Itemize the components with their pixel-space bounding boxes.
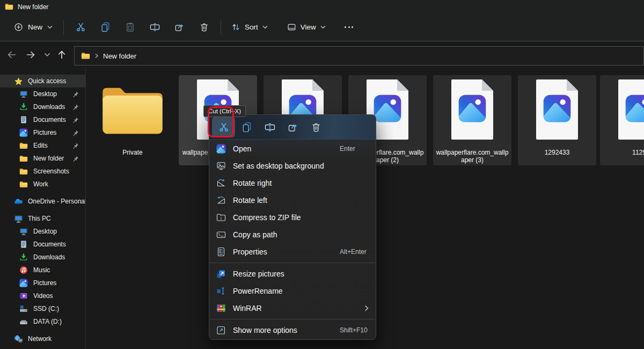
rotate-right-icon [216,178,226,188]
menu-item-rotate-left[interactable]: Rotate left [209,192,376,209]
sidebar-item-documents[interactable]: Documents [0,113,85,126]
pictures-icon [19,128,28,137]
documents-icon [19,240,28,249]
file-name: wallpaperflare.com_wallpaper (3) [435,149,510,164]
delete-button[interactable] [192,17,216,38]
sidebar-item-work[interactable]: Work [0,178,85,191]
menu-item-properties[interactable]: Properties Alt+Enter [209,243,376,260]
onedrive-cloud-icon [14,197,23,206]
sidebar-item-desktop[interactable]: Desktop [0,88,85,100]
videos-icon [19,292,28,301]
rename-icon [150,22,160,32]
file-tile-wallpaper-3[interactable]: wallpaperflare.com_wallpaper (3) [433,75,511,165]
pin-icon [72,155,79,162]
menu-item-copy-as-path[interactable]: Copy as path [209,226,376,243]
menu-item-open[interactable]: Open Enter [209,140,376,157]
cut-button[interactable] [212,117,235,137]
sidebar-item-ssd-c[interactable]: SSD (C:) [0,302,85,315]
window-folder-icon [5,3,13,10]
plus-circle-icon [14,23,23,32]
sidebar-item-pc-downloads[interactable]: Downloads [0,251,85,264]
back-button[interactable] [5,48,18,61]
folder-icon [19,180,28,189]
chevron-down-icon [262,25,268,29]
zip-folder-icon [216,213,226,223]
pin-icon [72,104,79,111]
pin-icon [72,91,79,98]
sort-button[interactable]: Sort [225,18,274,36]
image-file-icon [451,79,493,140]
this-pc-icon [14,214,23,223]
pin-icon [72,142,79,149]
show-more-options-icon [216,325,226,336]
sidebar-item-pc-pictures[interactable]: Pictures [0,277,85,289]
sidebar-item-onedrive[interactable]: OneDrive - Personal [0,195,85,208]
music-icon [19,266,28,275]
paste-button[interactable] [118,17,142,38]
pin-icon [72,129,79,136]
ssd-drive-icon [19,304,28,314]
copy-button[interactable] [93,17,118,38]
folder-icon [19,154,28,163]
menu-item-resize-pictures[interactable]: Resize pictures [209,265,376,282]
cut-button[interactable] [68,17,93,38]
powerrename-icon [216,286,226,296]
rotate-left-icon [216,195,226,206]
view-button[interactable]: View [281,18,332,36]
sidebar-item-new-folder[interactable]: New folder [0,152,85,165]
sidebar-item-music[interactable]: Music [0,264,85,277]
downloads-icon [19,253,28,262]
menu-item-winrar[interactable]: WinRAR [209,300,376,317]
file-tile-private[interactable]: Private [93,75,172,165]
sidebar-item-quick-access[interactable]: Quick access [0,75,85,88]
share-button[interactable] [281,117,304,137]
sidebar-item-pc-documents[interactable]: Documents [0,238,85,251]
folder-icon [19,167,28,176]
sidebar-item-screenshots[interactable]: Screenshots [0,165,85,178]
cut-icon [218,122,229,133]
window-title: New folder [18,3,48,11]
rename-button[interactable] [142,17,167,38]
menu-item-show-more-options[interactable]: Show more options Shift+F10 [209,322,376,339]
sidebar-item-downloads[interactable]: Downloads [0,100,85,113]
sidebar-item-pc-desktop[interactable]: Desktop [0,225,85,238]
image-icon [216,144,226,154]
sidebar-item-edits[interactable]: Edits [0,139,85,152]
toolbar-divider [221,20,221,34]
sort-label: Sort [245,23,258,31]
forward-button[interactable] [24,48,37,61]
menu-item-powerrename[interactable]: PowerRename [209,282,376,300]
desktop-background-icon [216,161,226,171]
delete-button[interactable] [304,117,327,137]
properties-icon [216,247,226,257]
more-options-button[interactable] [337,26,361,28]
address-bar[interactable]: New folder [74,46,644,66]
recent-locations-button[interactable] [41,48,54,61]
sidebar-item-this-pc[interactable]: This PC [0,212,85,225]
menu-item-compress-to-zip[interactable]: Compress to ZIP file [209,209,376,226]
new-button[interactable]: New [8,19,59,35]
rename-button[interactable] [258,117,281,137]
navigation-bar: New folder [0,42,644,67]
copy-button[interactable] [235,117,258,137]
file-tile-1292433[interactable]: 1292433 [518,75,596,165]
sidebar-item-network[interactable]: Network [0,332,85,345]
up-button[interactable] [55,48,68,61]
up-arrow-icon [56,49,67,60]
cut-tooltip: Cut (Ctrl+X) [203,105,246,117]
chevron-right-icon [94,53,99,59]
file-tile-1125[interactable]: 1125 [600,75,644,165]
paste-icon [125,22,135,32]
view-icon [287,23,296,32]
sidebar-item-data-d[interactable]: DATA (D:) [0,315,85,328]
sidebar-item-videos[interactable]: Videos [0,289,85,302]
share-button[interactable] [167,17,192,38]
menu-item-set-as-desktop-background[interactable]: Set as desktop background [209,157,376,174]
view-label: View [301,23,316,31]
winrar-icon [216,303,226,314]
forward-arrow-icon [25,49,36,60]
sidebar-item-pictures[interactable]: Pictures [0,126,85,139]
folder-icon [19,141,28,150]
file-name: 1125 [602,149,644,156]
menu-item-rotate-right[interactable]: Rotate right [209,174,376,192]
